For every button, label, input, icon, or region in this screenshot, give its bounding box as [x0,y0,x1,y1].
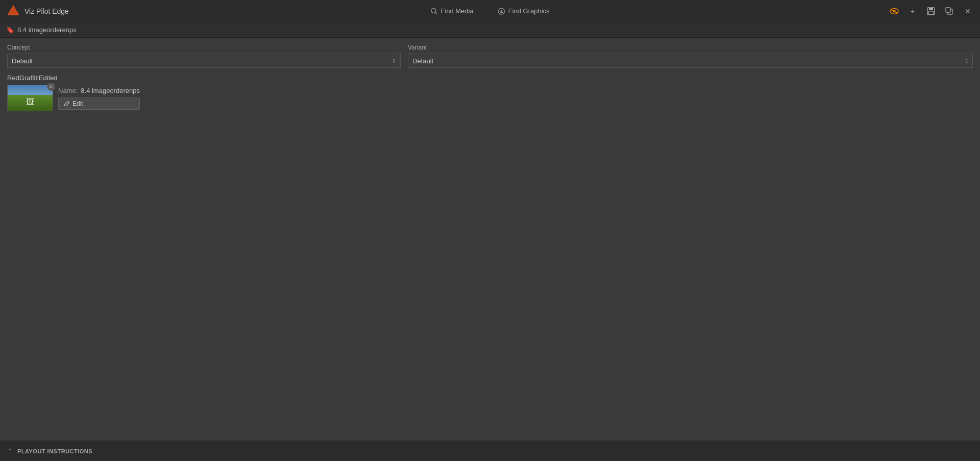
element-name-label: Name: [58,87,78,94]
graphics-icon [498,8,505,15]
save-button[interactable] [923,3,939,19]
eye-icon [890,8,899,14]
thumbnail-sky [8,85,53,95]
section-separator [400,53,401,68]
variant-select[interactable]: Default [408,54,973,68]
concept-label: Concept [7,44,400,51]
subtitle-bar: 🔖 8.4 imageorderenps [0,22,980,38]
copy-window-button[interactable] [941,3,958,19]
save-icon [927,7,935,15]
element-name-value: 8.4 imageorderenps [81,87,140,94]
variant-field-group: Variant Default [408,44,973,68]
viz-logo-icon [6,4,20,18]
concept-variant-row: Concept Default Variant Default [7,44,973,68]
bookmark-icon: 🔖 [6,26,14,34]
image-icon: 🖼 [26,98,34,107]
element-section-label: RedGraffitiEdited [7,74,973,82]
main-content: Concept Default Variant Default RedGraff… [0,38,980,117]
title-bar: Viz Pilot Edge Find Media Find Graphics [0,0,980,22]
app-title: Viz Pilot Edge [24,7,69,15]
search-icon [430,8,437,15]
document-name: 8.4 imageorderenps [17,26,77,34]
copy-icon [945,7,953,15]
svg-rect-11 [928,11,934,14]
nav-center: Find Media Find Graphics [418,0,561,22]
svg-point-2 [431,8,436,13]
svg-rect-13 [946,8,950,12]
chevron-up-icon: ⌃ [7,448,12,455]
add-button[interactable]: + [904,3,921,19]
svg-marker-5 [500,10,503,13]
edit-button[interactable]: Edit [58,98,140,110]
eye-button[interactable] [886,3,902,19]
close-button[interactable]: ✕ [960,3,976,19]
variant-label: Variant [408,44,973,51]
playout-instructions-label: PLAYOUT INSTRUCTIONS [17,448,92,454]
logo-area: Viz Pilot Edge [0,4,102,18]
concept-select[interactable]: Default [7,54,400,68]
variant-select-wrapper: Default [408,54,973,68]
thumbnail-image: 🖼 [7,85,53,111]
find-media-button[interactable]: Find Media [418,0,485,22]
thumbnail-wrapper: 🖼 ✕ [7,85,53,111]
svg-line-8 [891,9,898,13]
concept-select-wrapper: Default [7,54,400,68]
edit-icon [64,101,70,107]
playout-instructions-bar: ⌃ PLAYOUT INSTRUCTIONS [0,441,980,461]
concept-field-group: Concept Default [7,44,400,68]
svg-rect-10 [929,8,933,10]
window-controls: + ✕ [886,3,980,19]
element-card: 🖼 ✕ Name: 8.4 imageorderenps Edit [7,85,973,111]
find-graphics-button[interactable]: Find Graphics [486,0,562,22]
element-info: Name: 8.4 imageorderenps Edit [58,87,140,110]
element-name-row: Name: 8.4 imageorderenps [58,87,140,94]
svg-line-3 [435,12,437,14]
remove-element-button[interactable]: ✕ [47,83,55,91]
